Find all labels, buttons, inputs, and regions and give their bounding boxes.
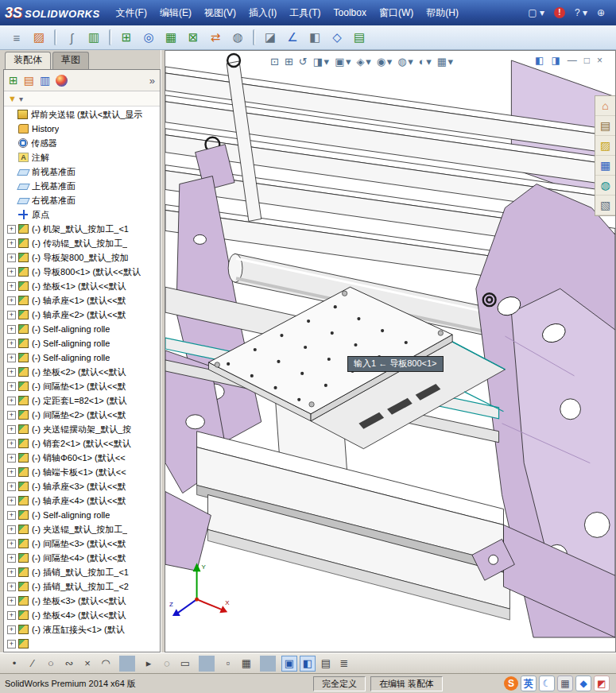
expand-toggle[interactable]: + bbox=[7, 439, 16, 448]
trim-icon[interactable]: × bbox=[79, 656, 95, 672]
tree-item[interactable]: 焊前夹送辊 (默认<默认_显示 bbox=[4, 107, 160, 122]
menu-item[interactable]: 工具(T) bbox=[283, 4, 327, 21]
expand-toggle[interactable]: + bbox=[7, 454, 16, 463]
expand-toggle[interactable]: + bbox=[7, 568, 16, 577]
menu-item[interactable]: 文件(F) bbox=[110, 4, 153, 21]
file-explorer-icon[interactable]: ▨ bbox=[595, 136, 615, 156]
exploded-view-icon[interactable]: ◇ bbox=[327, 27, 347, 48]
tree-item[interactable]: + (-) 轴承座<4> (默认<<默 bbox=[4, 494, 160, 508]
expand-toggle[interactable]: + bbox=[7, 268, 16, 277]
model-3d[interactable]: Y X Z bbox=[165, 51, 615, 652]
tree-item[interactable]: + (-) 定距套L=82<1> (默认 bbox=[4, 393, 160, 408]
ime-keyboard-icon[interactable]: ▦ bbox=[557, 676, 573, 691]
mate-icon[interactable]: ◎ bbox=[138, 27, 159, 48]
expand-toggle[interactable]: + bbox=[7, 225, 16, 234]
expand-toggle[interactable] bbox=[7, 196, 16, 205]
toolbar-icon[interactable] bbox=[253, 29, 255, 45]
snap-icon[interactable]: ▫ bbox=[220, 656, 236, 672]
help-menu-icon[interactable]: ? ▾ bbox=[575, 7, 587, 18]
expand-toggle[interactable]: + bbox=[7, 583, 16, 591]
expand-toggle[interactable]: + bbox=[7, 296, 16, 305]
move-component-icon[interactable]: ⇄ bbox=[205, 27, 226, 48]
expand-toggle[interactable]: + bbox=[7, 482, 16, 491]
tree-item[interactable]: 传感器 bbox=[4, 136, 160, 150]
ime-moon-icon[interactable]: ☾ bbox=[539, 676, 555, 691]
configuration-manager-icon[interactable]: ▥ bbox=[40, 74, 50, 87]
display-style-icon[interactable]: ◈ ▾ bbox=[357, 56, 370, 68]
tree-item[interactable]: 原点 bbox=[4, 207, 160, 222]
tree-item[interactable]: + (-) 轴承座<3> (默认<<默 bbox=[4, 479, 160, 494]
tree-item[interactable]: + (-) 销轴Φ60<1> (默认<< bbox=[4, 451, 160, 465]
expand-toggle[interactable]: + bbox=[7, 497, 16, 505]
line-icon[interactable]: ∕ bbox=[25, 656, 41, 672]
arc-icon[interactable]: ◠ bbox=[98, 656, 114, 672]
tree-item[interactable]: + (-) 夹送辊摆动架_默认_按 bbox=[4, 422, 160, 436]
smart-fastener-icon[interactable]: ⊠ bbox=[183, 27, 203, 48]
sketch-settings-icon[interactable]: ▣ bbox=[281, 656, 297, 672]
insert-component-icon[interactable]: ⊞ bbox=[116, 27, 137, 48]
grid-icon[interactable]: ▦ bbox=[238, 656, 254, 672]
interference-check-icon[interactable]: ▤ bbox=[349, 27, 370, 48]
expand-toggle[interactable]: + bbox=[7, 411, 16, 420]
ime-lang-icon[interactable]: 英 bbox=[521, 676, 537, 691]
filter-icon[interactable]: ▼ bbox=[8, 94, 17, 103]
zoom-area-icon[interactable]: ⊞ bbox=[285, 56, 293, 68]
tree-item[interactable]: + (-) 轴端卡板<1> (默认<< bbox=[4, 465, 160, 479]
expand-toggle[interactable] bbox=[6, 110, 15, 119]
tree-item[interactable]: + (-) 间隔垫<1> (默认<<默 bbox=[4, 379, 160, 393]
select-loop-icon[interactable]: ◌ bbox=[159, 656, 175, 672]
pane-settings-icon[interactable]: ◨ bbox=[551, 55, 560, 66]
tree-item[interactable]: + (-) 间隔垫<2> (默认<<默 bbox=[4, 408, 160, 422]
tree-item[interactable]: + (-) 轴承座<2> (默认<<默 bbox=[4, 308, 160, 322]
attachment-icon[interactable]: ∫ bbox=[61, 27, 82, 48]
zoom-fit-icon[interactable]: ⊡ bbox=[270, 56, 278, 68]
select-icon[interactable]: ▸ bbox=[141, 656, 157, 672]
ime-tool-icon[interactable]: ◆ bbox=[575, 676, 591, 691]
menu-item[interactable]: 插入(I) bbox=[242, 4, 283, 21]
previous-view-icon[interactable]: ↺ bbox=[299, 56, 307, 68]
tree-item[interactable]: + (-) 夹送辊_默认_按加工_ bbox=[4, 522, 160, 536]
rapid-sketch-icon[interactable]: ◧ bbox=[300, 656, 316, 672]
bom-table-icon[interactable]: ▥ bbox=[83, 27, 104, 48]
toolbar-icon[interactable] bbox=[109, 29, 111, 45]
expand-toggle[interactable]: + bbox=[7, 339, 16, 348]
expand-toggle[interactable] bbox=[7, 211, 16, 219]
tree-item[interactable]: + (-) 液压缸接头<1> (默认 bbox=[4, 622, 160, 637]
expand-toggle[interactable]: + bbox=[7, 625, 16, 634]
expand-toggle[interactable]: + bbox=[7, 640, 16, 648]
expand-toggle[interactable]: + bbox=[7, 611, 16, 620]
command-tab[interactable]: 装配体 bbox=[5, 52, 51, 69]
edit-component-icon[interactable]: ▨ bbox=[29, 27, 49, 48]
menu-item[interactable]: 帮助(H) bbox=[420, 4, 465, 21]
assembly-features-icon[interactable]: ◪ bbox=[260, 27, 281, 48]
sketch-tool-icon[interactable] bbox=[119, 656, 135, 672]
panel-chevron-icon[interactable]: » bbox=[149, 75, 155, 87]
tree-item[interactable]: + (-) Self-aligning rolle bbox=[4, 322, 160, 336]
expand-toggle[interactable]: + bbox=[7, 425, 16, 434]
menu-item[interactable]: 窗口(W) bbox=[373, 4, 420, 21]
spline-icon[interactable]: ∾ bbox=[61, 656, 77, 672]
command-tab[interactable]: 草图 bbox=[52, 52, 89, 69]
sketch-tool-icon[interactable] bbox=[199, 656, 215, 672]
pane-display-icon[interactable]: ◧ bbox=[535, 55, 544, 66]
tree-item[interactable]: 前视基准面 bbox=[4, 165, 160, 179]
box-select-icon[interactable]: ▭ bbox=[177, 656, 193, 672]
expand-toggle[interactable]: + bbox=[7, 354, 16, 362]
expand-toggle[interactable]: + bbox=[7, 311, 16, 319]
expand-toggle[interactable]: + bbox=[7, 325, 16, 334]
expand-toggle[interactable] bbox=[7, 139, 16, 148]
expand-toggle[interactable]: + bbox=[7, 554, 16, 563]
point-icon[interactable]: • bbox=[6, 656, 22, 672]
dimension-icon[interactable]: ≣ bbox=[336, 656, 352, 672]
feature-manager-icon[interactable]: ⊞ bbox=[9, 74, 18, 87]
menu-item[interactable]: Toolbox bbox=[327, 4, 373, 21]
tree-item[interactable]: + (-) 垫板<3> (默认<<默认 bbox=[4, 594, 160, 608]
section-view-icon[interactable]: ◨ ▾ bbox=[313, 56, 328, 68]
edit-appearance-icon[interactable]: ◍ ▾ bbox=[397, 56, 412, 68]
section-view-icon[interactable]: ◧ bbox=[304, 27, 325, 48]
show-hidden-icon[interactable]: ◍ bbox=[227, 27, 248, 48]
reference-geometry-icon[interactable]: ∠ bbox=[282, 27, 303, 48]
apply-scene-icon[interactable]: ◐ ▾ bbox=[419, 56, 431, 68]
tree-item[interactable]: + (-) 垫板<4> (默认<<默认 bbox=[4, 608, 160, 622]
tree-item[interactable]: + bbox=[4, 637, 160, 651]
